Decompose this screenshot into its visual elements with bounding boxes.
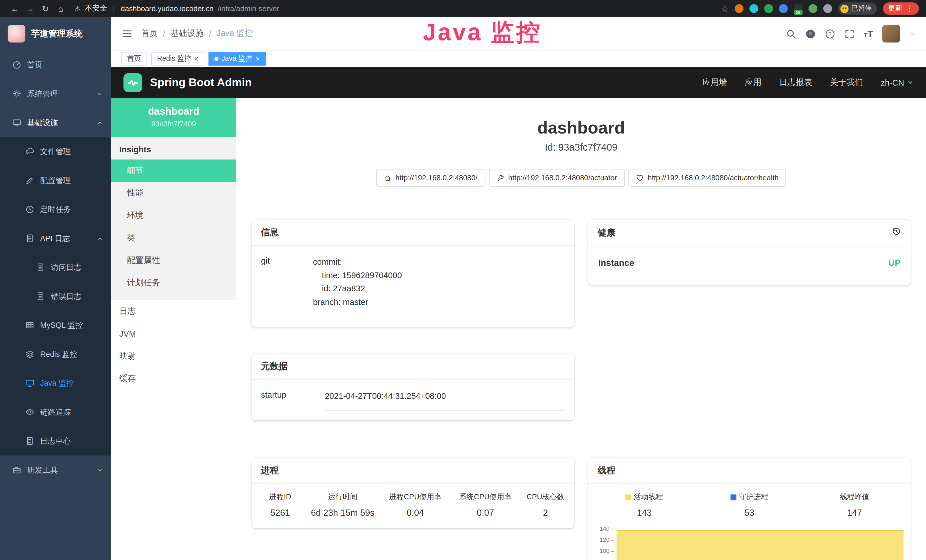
url-host: dashboard.yudao.iocoder.cn	[121, 5, 213, 13]
section-label: Insights	[111, 138, 236, 160]
update-button[interactable]: 更新 ⋮	[883, 2, 919, 15]
search-icon[interactable]	[786, 29, 796, 38]
sidebar-item-label: Redis 监控	[40, 349, 77, 359]
threads-column-header: 守护进程	[697, 492, 802, 502]
back-button[interactable]: ←	[7, 4, 23, 13]
chevron-up-icon	[96, 119, 103, 126]
tab-java-monitor[interactable]: Java 监控×	[209, 52, 265, 66]
sidebar-item-config-management[interactable]: 配置管理	[0, 166, 111, 195]
forward-button[interactable]: →	[23, 4, 38, 13]
breadcrumb-separator: /	[209, 29, 211, 38]
sidebar-item-log-center[interactable]: 日志中心	[0, 427, 111, 455]
sidebar-item-home[interactable]: 首页	[0, 50, 111, 79]
sidebar-toggle-icon[interactable]	[122, 28, 132, 39]
chart-area	[617, 530, 903, 560]
sidebar-item-java-monitor[interactable]: Java 监控	[0, 369, 111, 397]
threads-card: 线程 活动线程守护进程线程峰值14353147 140120100	[589, 458, 911, 560]
metadata-key: startup	[261, 389, 325, 411]
user-avatar[interactable]	[882, 25, 900, 42]
sba-sidebar-item-scheduled[interactable]: 计划任务	[111, 272, 236, 294]
threads-column-header: 线程峰值	[802, 492, 907, 502]
sba-sidebar-item-details[interactable]: 细节	[111, 159, 236, 182]
sidebar-item-access-logs[interactable]: 访问日志	[0, 253, 111, 282]
extension-blue-grid-icon[interactable]	[779, 4, 787, 13]
fullscreen-icon[interactable]	[844, 29, 855, 38]
instance-actuator-link[interactable]: http://192.168.0.2:48080/actuator	[489, 169, 625, 186]
sidebar-item-error-logs[interactable]: 错误日志	[0, 282, 111, 311]
breadcrumb-item[interactable]: 首页	[141, 28, 158, 39]
sidebar-item-label: MySQL 监控	[40, 320, 83, 330]
sba-sidebar-item-jvm[interactable]: JVM	[111, 322, 236, 345]
close-tab-icon[interactable]: ×	[194, 55, 198, 62]
eye-icon	[26, 408, 34, 416]
address-divider: |	[113, 5, 115, 13]
extension-leaf-icon[interactable]	[808, 4, 817, 13]
chart-ytick-label: 100	[592, 548, 610, 554]
sba-sidebar-item-caches[interactable]: 缓存	[111, 368, 236, 390]
chevron-down-icon	[96, 466, 103, 474]
cloud-icon	[26, 147, 34, 156]
tab-home[interactable]: 首页	[121, 52, 147, 66]
tab-redis-monitor[interactable]: Redis 监控×	[151, 52, 204, 66]
sba-nav-journal[interactable]: 日志报表	[779, 77, 812, 88]
instance-header[interactable]: dashboard 93a3fc7f7409	[111, 98, 236, 137]
sba-sidebar-item-classes[interactable]: 类	[111, 227, 236, 249]
extension-orange-icon[interactable]	[734, 4, 743, 13]
kebab-menu-icon[interactable]: ⋮	[906, 5, 914, 12]
instance-health-link[interactable]: http://192.168.0.2:48080/actuator/health	[628, 169, 786, 186]
sidebar-item-system-management[interactable]: 系统管理	[0, 79, 111, 108]
sba-sidebar-item-mappings[interactable]: 映射	[111, 345, 236, 368]
threads-grid: 活动线程守护进程线程峰值14353147	[589, 484, 911, 520]
sba-brand[interactable]: Spring Boot Admin	[150, 76, 252, 89]
help-icon[interactable]: ?	[825, 29, 835, 38]
sidebar-item-redis-monitor[interactable]: Redis 监控	[0, 340, 111, 369]
sidebar-item-mysql-monitor[interactable]: MySQL 监控	[0, 311, 111, 339]
admin-sidebar: 芋道管理系统 首页系统管理基础设施文件管理配置管理定时任务API 日志访问日志错…	[0, 17, 111, 560]
sidebar-item-infrastructure[interactable]: 基础设施	[0, 108, 111, 137]
sba-content: dashboard Id: 93a3fc7f7409 http://192.16…	[236, 98, 926, 560]
sba-nav-applications[interactable]: 应用	[745, 77, 761, 88]
sba-sidebar-item-environment[interactable]: 环境	[111, 204, 236, 227]
close-tab-icon[interactable]: ×	[256, 55, 260, 62]
sba-nav-about[interactable]: 关于我们	[830, 77, 863, 88]
info-card: 信息 git commit:time: 1596289704000id: 27a…	[251, 219, 574, 326]
process-column-header: 运行时间	[305, 492, 380, 502]
sba-sidebar-item-logs[interactable]: 日志	[111, 300, 236, 322]
table-row: Instance UP	[598, 256, 901, 275]
profile-paused-badge[interactable]: 已暂停	[838, 2, 877, 15]
extension-teal-icon[interactable]	[749, 4, 758, 13]
sidebar-item-file-management[interactable]: 文件管理	[0, 137, 111, 166]
sidebar-item-scheduled-tasks[interactable]: 定时任务	[0, 195, 111, 224]
reload-button[interactable]: ↻	[38, 4, 53, 13]
app-logo[interactable]: 芋道管理系统	[0, 17, 111, 50]
chevron-down-icon[interactable]	[909, 31, 915, 37]
threads-card-title: 线程	[598, 465, 616, 476]
extensions-strip: on	[734, 4, 832, 13]
font-size-icon[interactable]: TT	[864, 29, 873, 38]
sidebar-item-api-logs[interactable]: API 日志	[0, 224, 111, 253]
process-column-header: 系统CPU使用率	[450, 492, 520, 502]
sba-sidebar-item-config-props[interactable]: 配置属性	[111, 249, 236, 272]
extension-green-icon[interactable]	[764, 4, 773, 13]
breadcrumb: 首页/基础设施/Java 监控	[141, 28, 253, 39]
bookmark-star-icon[interactable]: ☆	[721, 4, 728, 13]
history-icon[interactable]	[892, 227, 901, 236]
sidebar-item-link-tracing[interactable]: 链路追踪	[0, 398, 111, 427]
home-button[interactable]: ⌂	[53, 4, 68, 13]
instance-root-link[interactable]: http://192.168.0.2:48080/	[376, 169, 485, 186]
sba-logo-icon[interactable]	[124, 73, 142, 92]
address-bar[interactable]: ⚠ 不安全 | dashboard.yudao.iocoder.cn/infra…	[74, 3, 279, 14]
sidebar-item-dev-tools[interactable]: 研发工具	[0, 456, 111, 484]
legend-swatch	[731, 494, 737, 500]
doc-icon	[36, 292, 45, 301]
extension-puzzle-icon[interactable]	[823, 4, 832, 13]
breadcrumb-item[interactable]: 基础设施	[171, 28, 204, 39]
locale-selector[interactable]: zh-CN	[881, 77, 914, 87]
github-icon[interactable]	[805, 29, 816, 38]
edit-icon	[26, 176, 34, 185]
extension-on-switch-icon[interactable]: on	[793, 4, 802, 13]
sba-nav-wall[interactable]: 应用墙	[702, 77, 727, 88]
insights-section: Insights 细节性能环境类配置属性计划任务	[111, 137, 236, 300]
profile-smiley-icon	[840, 5, 849, 13]
sba-sidebar-item-performance[interactable]: 性能	[111, 182, 236, 204]
